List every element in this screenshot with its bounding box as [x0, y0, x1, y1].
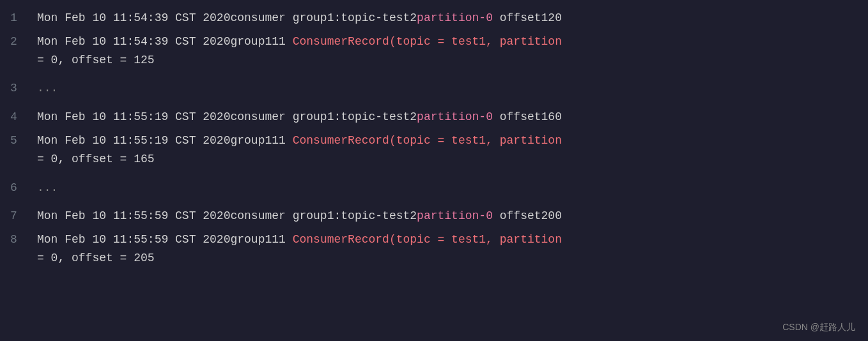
log-text-continuation: = 0, offset = 125 [37, 54, 155, 66]
log-content-5: Mon Feb 10 11:55:19 CST 2020group111 Con… [37, 132, 858, 169]
log-text-continuation: = 0, offset = 165 [37, 153, 155, 165]
log-text: Mon Feb 10 11:55:19 CST 2020group111 [37, 134, 293, 147]
watermark: CSDN @赶路人儿 [782, 322, 855, 333]
log-line-6: 6 ... [10, 176, 858, 200]
log-text-red: ConsumerRecord(topic = test1, partition [293, 35, 562, 48]
line-number-1: 1 [10, 9, 29, 27]
log-line-4: 4 Mon Feb 10 11:55:19 CST 2020consumer g… [10, 105, 858, 129]
log-content-7: Mon Feb 10 11:55:59 CST 2020consumer gro… [37, 207, 858, 225]
log-text: Mon Feb 10 11:55:59 CST 2020consumer gro… [37, 209, 417, 222]
log-text-pink: partition-0 [417, 110, 493, 123]
log-text: Mon Feb 10 11:54:39 CST 2020consumer gro… [37, 11, 417, 24]
log-line-5: 5 Mon Feb 10 11:55:19 CST 2020group111 C… [10, 129, 858, 171]
log-text: offset120 [493, 11, 562, 24]
log-text-red: ConsumerRecord(topic = test1, partition [293, 134, 562, 147]
log-text-pink: partition-0 [417, 209, 493, 222]
log-content-6: ... [37, 179, 858, 197]
line-number-6: 6 [10, 179, 29, 197]
log-text: Mon Feb 10 11:55:19 CST 2020consumer gro… [37, 110, 417, 123]
log-text: Mon Feb 10 11:54:39 CST 2020group111 [37, 35, 293, 48]
log-line-1: 1 Mon Feb 10 11:54:39 CST 2020consumer g… [10, 6, 858, 30]
line-number-3: 3 [10, 79, 29, 98]
log-content-3: ... [37, 79, 858, 98]
log-content-1: Mon Feb 10 11:54:39 CST 2020consumer gro… [37, 9, 858, 27]
log-line-8: 8 Mon Feb 10 11:55:59 CST 2020group111 C… [10, 228, 858, 270]
log-content-4: Mon Feb 10 11:55:19 CST 2020consumer gro… [37, 108, 858, 126]
log-container: 1 Mon Feb 10 11:54:39 CST 2020consumer g… [10, 6, 858, 270]
line-number-7: 7 [10, 207, 29, 225]
log-line-7: 7 Mon Feb 10 11:55:59 CST 2020consumer g… [10, 204, 858, 228]
log-line-3: 3 ... [10, 77, 858, 100]
log-content-2: Mon Feb 10 11:54:39 CST 2020group111 Con… [37, 33, 858, 70]
log-text-pink: partition-0 [417, 11, 493, 24]
line-number-2: 2 [10, 33, 29, 51]
log-text: Mon Feb 10 11:55:59 CST 2020group111 [37, 233, 293, 246]
log-content-8: Mon Feb 10 11:55:59 CST 2020group111 Con… [37, 231, 858, 268]
line-number-8: 8 [10, 231, 29, 249]
log-text-continuation: = 0, offset = 205 [37, 252, 155, 264]
line-number-4: 4 [10, 108, 29, 126]
log-text-red: ConsumerRecord(topic = test1, partition [293, 233, 562, 246]
line-number-5: 5 [10, 132, 29, 150]
log-text: offset160 [493, 110, 562, 123]
log-line-2: 2 Mon Feb 10 11:54:39 CST 2020group111 C… [10, 30, 858, 72]
log-text: offset200 [493, 209, 562, 222]
